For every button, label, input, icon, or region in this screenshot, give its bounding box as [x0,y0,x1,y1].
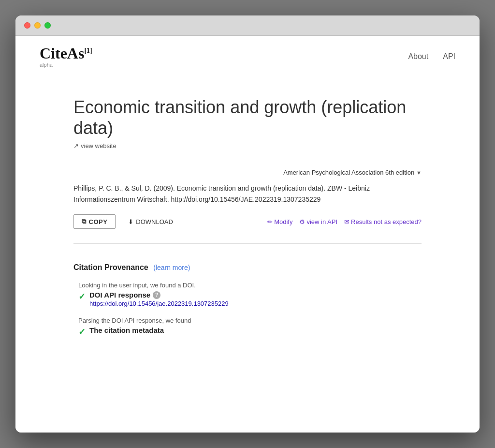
chevron-down-icon: ▼ [416,170,422,176]
minimize-button[interactable] [34,22,41,29]
provenance-result-text-1: DOI API response [89,291,150,299]
copy-icon: ⧉ [82,218,87,225]
nav-api[interactable]: API [443,52,455,61]
logo-superscript: [1] [84,47,92,54]
provenance-result-title-1: DOI API response ? [89,291,229,299]
provenance-section: Citation Provenance (learn more) Looking… [73,258,422,337]
provenance-step-label-1: Looking in the user input, we found a DO… [78,282,422,289]
action-links-right: ✏ Modify ⚙ view in API ✉ Results not as … [267,218,422,225]
provenance-result-2: The citation metadata [89,326,164,334]
view-in-api-link[interactable]: ⚙ view in API [299,218,337,225]
action-bar: ⧉ COPY ⬇ DOWNLOAD ✏ Modify ⚙ vi [73,214,422,229]
email-icon: ✉ [344,218,349,225]
info-icon-1[interactable]: ? [153,291,160,299]
logo-text: CiteAs [40,45,84,62]
close-button[interactable] [24,22,30,29]
view-website-label: view website [81,142,116,149]
header: CiteAs[1] alpha About API [15,36,480,77]
download-icon: ⬇ [128,218,133,225]
provenance-result-1: DOI API response ? https://doi.org/10.15… [89,291,229,307]
provenance-item-2: Parsing the DOI API response, we found ✓… [73,317,422,337]
provenance-found-2: ✓ The citation metadata [78,326,422,337]
download-label: DOWNLOAD [136,218,173,225]
main-content: Economic transition and growth (replicat… [15,77,480,366]
provenance-result-title-2: The citation metadata [89,326,164,334]
view-website-link[interactable]: ↗ view website [73,142,116,149]
provenance-title: Citation Provenance [73,263,148,271]
results-not-expected-label: Results not as expected? [351,218,422,225]
check-icon-2: ✓ [78,327,86,337]
modify-label: Modify [274,218,292,225]
title-bar [15,15,480,36]
modify-link[interactable]: ✏ Modify [267,218,292,225]
provenance-item-1: Looking in the user input, we found a DO… [73,282,422,307]
page-content: CiteAs[1] alpha About API Economic trans… [15,36,480,433]
action-buttons-left: ⧉ COPY ⬇ DOWNLOAD [73,214,181,229]
browser-window: CiteAs[1] alpha About API Economic trans… [15,15,480,433]
gear-icon: ⚙ [299,218,305,225]
external-link-icon: ↗ [73,142,79,149]
view-in-api-label: view in API [306,218,337,225]
maximize-button[interactable] [44,22,51,29]
copy-button[interactable]: ⧉ COPY [73,214,116,229]
logo[interactable]: CiteAs[1] [40,45,92,61]
provenance-step-label-2: Parsing the DOI API response, we found [78,317,422,324]
page-title: Economic transition and growth (replicat… [73,97,422,138]
logo-area: CiteAs[1] alpha [40,45,92,68]
pencil-icon: ✏ [267,218,273,225]
citation-style-selector: American Psychological Association 6th e… [73,169,422,176]
section-divider [73,243,422,244]
results-not-expected-link[interactable]: ✉ Results not as expected? [344,218,422,225]
citation-style-label: American Psychological Association 6th e… [283,169,414,176]
provenance-result-text-2: The citation metadata [89,326,164,334]
learn-more-label: learn more [156,264,188,271]
nav-about[interactable]: About [408,52,428,61]
logo-alpha: alpha [40,62,53,68]
citation-style-dropdown[interactable]: American Psychological Association 6th e… [283,169,422,176]
provenance-found-1: ✓ DOI API response ? https://doi.org/10.… [78,291,422,307]
doi-link-1[interactable]: https://doi.org/10.15456/jae.2022319.130… [89,300,229,307]
learn-more-link[interactable]: (learn more) [153,264,190,271]
copy-label: COPY [89,218,108,225]
nav-links: About API [408,52,455,61]
check-icon-1: ✓ [78,291,86,302]
citation-text: Phillips, P. C. B., & Sul, D. (2009). Ec… [73,183,422,205]
download-button[interactable]: ⬇ DOWNLOAD [120,214,181,229]
provenance-header: Citation Provenance (learn more) [73,263,422,272]
